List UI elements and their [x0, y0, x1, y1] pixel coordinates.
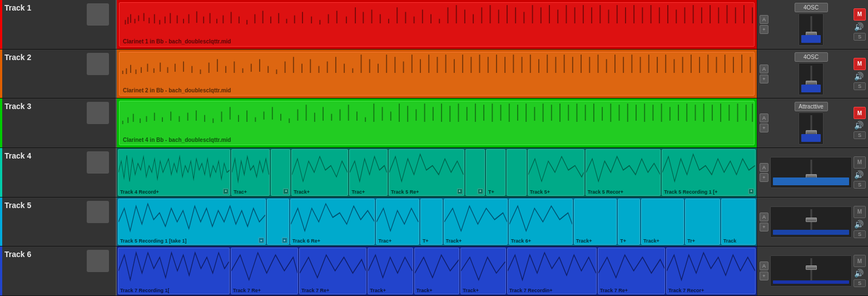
audio-block-5-11[interactable]: Track	[721, 199, 756, 245]
audio-block-6-1[interactable]: Track 7 Re+	[231, 248, 298, 294]
svg-rect-24	[270, 17, 271, 23]
audio-block-6-8[interactable]: Track 7 Recor+	[666, 248, 756, 294]
audio-block-5-9[interactable]: Track+	[641, 199, 684, 245]
expand-btn-4-5[interactable]: +	[457, 189, 463, 194]
expand-btn-5-1[interactable]: +	[282, 238, 287, 243]
mute-btn-2[interactable]: M	[854, 58, 866, 70]
fader-knob-6[interactable]	[806, 265, 817, 270]
audio-block-4-3[interactable]: Track+	[291, 149, 348, 196]
expand-btn-4-0[interactable]: +	[223, 189, 229, 194]
a-btn-4[interactable]: A	[760, 163, 768, 172]
fader-box-4[interactable]	[770, 157, 852, 188]
audio-block-5-6[interactable]: Track 6+	[509, 199, 573, 245]
svg-rect-163	[140, 119, 141, 123]
plus-btn-5[interactable]: +	[760, 223, 768, 231]
solo-btn-6[interactable]: S	[854, 279, 866, 287]
a-btn-1[interactable]: A	[760, 15, 768, 24]
svg-rect-41	[414, 17, 415, 23]
midi-block-1[interactable]: Clarinet 1 in Bb - bach_doublesclqttr.mi…	[119, 2, 755, 47]
fader-box-2[interactable]	[798, 63, 824, 95]
plus-btn-4[interactable]: +	[760, 173, 768, 182]
mute-btn-1[interactable]: M	[854, 8, 866, 21]
fader-box-1[interactable]	[798, 13, 824, 46]
instrument-name-1[interactable]: 4OSC	[795, 3, 828, 12]
audio-block-6-3[interactable]: Track+	[368, 248, 413, 294]
audio-block-5-5[interactable]: Track+	[444, 199, 508, 245]
svg-rect-37	[380, 14, 381, 23]
audio-block-4-5[interactable]: Track 5 Re+ +	[389, 149, 464, 196]
svg-rect-14	[196, 11, 197, 23]
plus-btn-3[interactable]: +	[760, 124, 768, 132]
a-btn-3[interactable]: A	[760, 114, 768, 122]
fader-box-6[interactable]	[770, 255, 852, 287]
block-label-4-7: T+	[488, 189, 494, 195]
svg-rect-223	[644, 103, 645, 122]
mute-btn-3[interactable]: M	[854, 107, 866, 119]
solo-btn-2[interactable]: S	[854, 82, 866, 90]
a-btn-6[interactable]: A	[760, 262, 768, 270]
audio-block-5-8[interactable]: T+	[618, 199, 640, 245]
plus-btn-1[interactable]: +	[760, 25, 768, 34]
midi-block-3[interactable]: Clarinet 4 in Bb - bach_doublesclqttr.mi…	[119, 101, 755, 145]
solo-btn-4[interactable]: S	[854, 181, 866, 189]
audio-block-6-2[interactable]: Track 7 Re+	[299, 248, 366, 294]
audio-block-5-7[interactable]: Track+	[574, 199, 617, 245]
svg-rect-67	[633, 5, 634, 23]
expand-btn-4-6[interactable]: +	[478, 189, 483, 194]
audio-block-4-7[interactable]: T+	[486, 149, 505, 196]
audio-block-5-4[interactable]: T+	[420, 199, 443, 245]
svg-rect-132	[522, 57, 523, 73]
plus-btn-2[interactable]: +	[760, 75, 768, 83]
audio-block-5-1[interactable]: +	[267, 199, 289, 245]
fader-knob-5[interactable]	[806, 218, 817, 222]
mute-btn-4[interactable]: M	[854, 156, 866, 169]
mute-btn-5[interactable]: M	[854, 206, 866, 218]
svg-rect-13	[189, 14, 190, 23]
track-label-3: Track 3	[0, 98, 117, 147]
audio-block-6-6[interactable]: Track 7 Recordin+	[507, 248, 597, 294]
instrument-name-2[interactable]: 4OSC	[795, 52, 828, 62]
track-content-6: Track 7 Recording 1[ Track 7 Re+	[117, 246, 757, 295]
instrument-name-3[interactable]: Attracttive	[795, 102, 828, 111]
audio-block-4-6[interactable]: +	[465, 149, 485, 196]
solo-btn-3[interactable]: S	[854, 131, 866, 139]
audio-block-5-0[interactable]: Track 5 Recording 1 [take 1] +	[118, 199, 266, 245]
svg-rect-186	[331, 114, 332, 121]
track-thumb-4	[87, 151, 109, 174]
audio-block-4-9[interactable]: Track 5+	[528, 149, 584, 196]
midi-block-2[interactable]: Clarinet 2 in Bb - bach_doublesclqttr.mi…	[119, 52, 755, 96]
audio-block-6-0[interactable]: Track 7 Recording 1[	[118, 248, 230, 294]
solo-btn-1[interactable]: S	[854, 33, 866, 41]
expand-btn-4-11[interactable]: +	[748, 189, 754, 194]
a-btn-2[interactable]: A	[760, 65, 768, 73]
solo-btn-5[interactable]: S	[854, 230, 866, 238]
expand-btn-4-2[interactable]: +	[283, 189, 289, 194]
audio-block-4-1[interactable]: Trac+	[231, 149, 270, 196]
fader-box-3[interactable]	[798, 112, 824, 145]
svg-rect-183	[306, 105, 307, 121]
svg-rect-89	[160, 62, 161, 71]
svg-rect-29	[311, 17, 312, 23]
svg-rect-196	[415, 110, 416, 121]
a-btn-5[interactable]: A	[760, 213, 768, 221]
audio-block-4-10[interactable]: Track 5 Recor+	[586, 149, 661, 196]
audio-block-5-10[interactable]: Tr+	[685, 199, 720, 245]
volume-icon-2: 🔊	[854, 71, 864, 81]
expand-btn-5-0[interactable]: +	[259, 238, 264, 243]
audio-block-6-5[interactable]: Track+	[460, 248, 506, 294]
audio-block-5-3[interactable]: Trac+	[376, 199, 419, 245]
audio-block-4-0[interactable]: Track 4 Record+ +	[118, 149, 230, 196]
audio-block-6-7[interactable]: Track 7 Re+	[598, 248, 665, 294]
svg-rect-103	[276, 70, 277, 74]
plus-btn-6[interactable]: +	[760, 272, 768, 280]
fader-box-5[interactable]	[770, 206, 852, 238]
audio-block-4-8[interactable]	[507, 149, 526, 196]
audio-block-4-4[interactable]: Trac+	[349, 149, 388, 196]
mute-btn-6[interactable]: M	[854, 255, 866, 267]
svg-rect-174	[230, 107, 231, 120]
volume-icon-6: 🔊	[854, 268, 864, 278]
audio-block-6-4[interactable]: Track+	[414, 248, 460, 294]
audio-block-5-2[interactable]: Track 6 Re+	[290, 199, 375, 245]
audio-block-4-2[interactable]: +	[271, 149, 290, 196]
audio-block-4-11[interactable]: Track 5 Recording 1 [+ +	[662, 149, 756, 196]
